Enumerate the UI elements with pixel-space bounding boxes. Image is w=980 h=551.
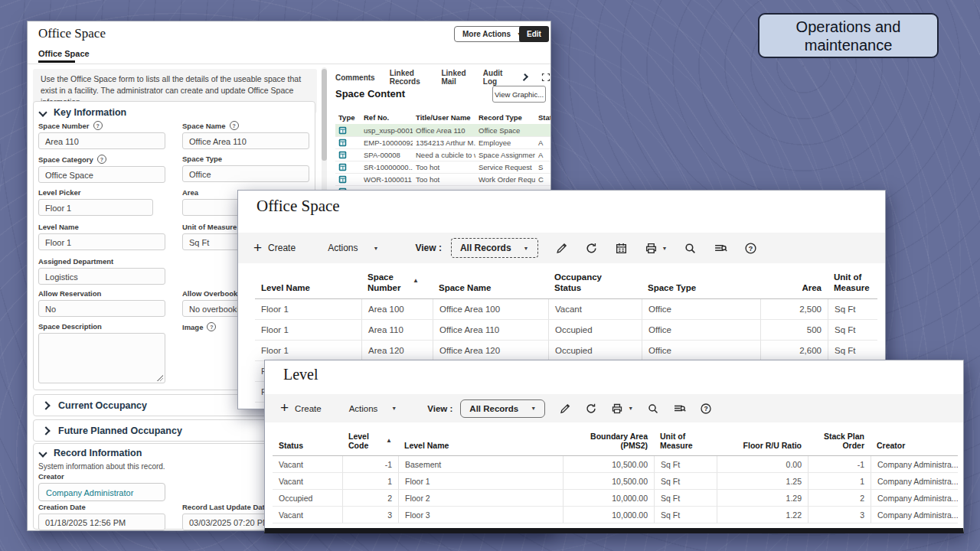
refresh-icon[interactable] bbox=[585, 403, 597, 415]
table-row[interactable]: Vacant 3 Floor 3 10,000.00 Sq Ft 1.22 3 … bbox=[273, 507, 958, 523]
col-header-boundary-area[interactable]: Boundary Area (PMS2) bbox=[563, 425, 654, 456]
refresh-icon[interactable] bbox=[585, 242, 598, 255]
record-form-icon bbox=[338, 175, 347, 184]
sort-ascending-icon: ▲ bbox=[413, 277, 419, 285]
assigned-department-input[interactable]: Logistics bbox=[38, 268, 165, 285]
view-graphic-button[interactable]: View Graphic... bbox=[492, 86, 546, 103]
chevron-down-icon bbox=[38, 108, 47, 116]
space-content-row[interactable]: EMP-10000092 1354213 Arthur M... Employe… bbox=[335, 136, 551, 149]
space-content-row[interactable]: WOR-1000011 Too hot Work Order Request C bbox=[335, 173, 551, 186]
col-header-unit-of-measure[interactable]: Unit of Measure bbox=[654, 425, 717, 456]
table-row[interactable]: Vacant 1 Floor 1 10,500.00 Sq Ft 1.25 1 … bbox=[273, 473, 958, 490]
expand-icon[interactable] bbox=[541, 73, 550, 82]
sort-ascending-icon: ▲ bbox=[386, 437, 392, 445]
creator-link[interactable]: Company Administrator bbox=[38, 483, 165, 501]
tab-office-space[interactable]: Office Space bbox=[38, 49, 90, 58]
field-space-number: Space Number? Area 110 bbox=[38, 121, 165, 149]
space-content-row[interactable]: SPA-00008 Need a cubicle to w... Space A… bbox=[335, 148, 551, 161]
level-list-window: Level + Create Actions ▼ View : All Reco… bbox=[264, 360, 964, 533]
scrollbar-thumb[interactable] bbox=[322, 69, 327, 161]
creation-date-input[interactable]: 01/18/2025 12:56 PM bbox=[38, 514, 165, 530]
col-header-type[interactable]: Type bbox=[335, 112, 361, 125]
chevron-down-icon bbox=[38, 448, 47, 457]
help-icon[interactable]: ? bbox=[97, 155, 106, 164]
tab-linked-records[interactable]: Linked Records bbox=[390, 69, 427, 86]
record-form-icon bbox=[338, 163, 347, 171]
col-header-status[interactable]: Status bbox=[273, 425, 342, 456]
space-content-row[interactable]: SR-10000000... Too hot Service Request S bbox=[335, 161, 551, 174]
col-header-space-type[interactable]: Space Type bbox=[642, 267, 760, 299]
col-header-area[interactable]: Area bbox=[760, 267, 828, 299]
col-header-stack-plan-order[interactable]: Stack Plan Order bbox=[808, 425, 871, 456]
field-assigned-department: Assigned Department Logistics bbox=[38, 257, 165, 285]
col-header-level-name[interactable]: Level Name bbox=[398, 425, 563, 456]
print-button[interactable]: ▼ bbox=[645, 242, 668, 255]
level-name-input[interactable]: Floor 1 bbox=[38, 233, 165, 250]
table-row[interactable]: Floor 1 Area 110 Office Area 110 Occupie… bbox=[255, 320, 877, 341]
col-header-unit-of-measure[interactable]: Unit of Measure bbox=[828, 267, 877, 299]
tab-comments[interactable]: Comments bbox=[335, 73, 375, 82]
help-icon[interactable]: ? bbox=[207, 322, 216, 331]
tab-active-underline bbox=[38, 60, 75, 63]
search-icon[interactable] bbox=[684, 242, 697, 255]
col-header-space-number[interactable]: Space Number▲ bbox=[361, 267, 433, 299]
record-information-header[interactable]: Record Information bbox=[40, 448, 142, 458]
chevron-down-icon: ▼ bbox=[391, 406, 397, 411]
view-select[interactable]: All Records ▼ bbox=[460, 399, 545, 418]
col-header-level-name[interactable]: Level Name bbox=[255, 267, 361, 299]
col-header-space-name[interactable]: Space Name bbox=[433, 267, 548, 299]
allow-reservation-input[interactable]: No bbox=[38, 300, 165, 317]
key-information-header[interactable]: Key Information bbox=[40, 107, 126, 118]
svg-text:?: ? bbox=[749, 244, 753, 252]
col-header-title-user-name[interactable]: Title/User Name bbox=[413, 112, 475, 125]
col-header-creator[interactable]: Creator bbox=[871, 425, 958, 456]
actions-menu-button[interactable]: Actions ▼ bbox=[349, 404, 397, 413]
col-header-status[interactable]: Status bbox=[535, 112, 551, 125]
tab-audit-log[interactable]: Audit Log bbox=[483, 69, 506, 86]
col-header-level-code[interactable]: Level Code▲ bbox=[342, 425, 398, 456]
col-header-floor-ru-ratio[interactable]: Floor R/U Ratio bbox=[717, 425, 808, 456]
field-level-name: Level Name Floor 1 bbox=[38, 223, 165, 250]
chevron-down-icon: ▼ bbox=[374, 246, 379, 251]
field-creator: Creator Company Administrator bbox=[38, 472, 165, 501]
actions-menu-button[interactable]: Actions ▼ bbox=[328, 243, 378, 253]
space-type-input[interactable]: Office bbox=[182, 165, 309, 182]
print-button[interactable]: ▼ bbox=[611, 403, 633, 415]
space-name-input[interactable]: Office Area 110 bbox=[182, 132, 309, 149]
tab-linked-mail[interactable]: Linked Mail bbox=[441, 69, 468, 86]
create-button[interactable]: + Create bbox=[253, 242, 296, 255]
help-icon[interactable]: ? bbox=[744, 242, 757, 255]
help-icon[interactable]: ? bbox=[700, 403, 712, 415]
space-number-input[interactable]: Area 110 bbox=[38, 132, 165, 149]
edit-button[interactable]: Edit bbox=[519, 26, 549, 42]
edit-pencil-icon[interactable] bbox=[559, 403, 571, 415]
view-select[interactable]: All Records ▼ bbox=[451, 238, 538, 258]
col-header-ref-no[interactable]: Ref No. bbox=[361, 112, 413, 125]
filter-search-icon[interactable] bbox=[673, 403, 686, 415]
table-row[interactable]: Occupied 2 Floor 2 10,000.00 Sq Ft 1.29 … bbox=[273, 490, 958, 507]
field-level-picker: Level Picker Floor 1 bbox=[38, 188, 153, 216]
level-table: Status Level Code▲ Level Name Boundary A… bbox=[273, 425, 958, 523]
level-picker-input[interactable]: Floor 1 bbox=[38, 199, 153, 216]
search-icon[interactable] bbox=[647, 403, 659, 415]
col-header-occupancy-status[interactable]: Occupancy Status bbox=[548, 267, 642, 299]
table-row[interactable]: Vacant -1 Basement 10,500.00 Sq Ft 0.00 … bbox=[273, 456, 958, 473]
help-icon[interactable]: ? bbox=[93, 121, 103, 130]
space-category-input[interactable]: Office Space bbox=[38, 166, 165, 183]
window-title: Level bbox=[283, 366, 318, 383]
tabs-overflow-chevron-icon[interactable] bbox=[521, 73, 528, 81]
col-header-record-type[interactable]: Record Type bbox=[475, 112, 535, 125]
field-space-name: Space Name? Office Area 110 bbox=[182, 121, 309, 149]
space-content-row[interactable]: usp_xusp-0001 Office Area 110 Office Spa… bbox=[335, 124, 551, 137]
table-row[interactable]: Floor 1 Area 100 Office Area 100 Vacant … bbox=[255, 299, 877, 320]
edit-pencil-icon[interactable] bbox=[555, 242, 568, 255]
filter-search-icon[interactable] bbox=[714, 242, 727, 255]
field-space-description: Space Description bbox=[38, 322, 165, 383]
table-row[interactable]: Floor 1 Area 120 Office Area 120 Occupie… bbox=[255, 341, 877, 361]
calendar-icon[interactable] bbox=[615, 242, 628, 255]
create-button[interactable]: + Create bbox=[280, 402, 322, 415]
record-form-icon bbox=[338, 139, 347, 147]
space-description-textarea[interactable] bbox=[38, 333, 165, 383]
help-icon[interactable]: ? bbox=[230, 121, 239, 130]
field-space-category: Space Category? Office Space bbox=[38, 155, 165, 183]
